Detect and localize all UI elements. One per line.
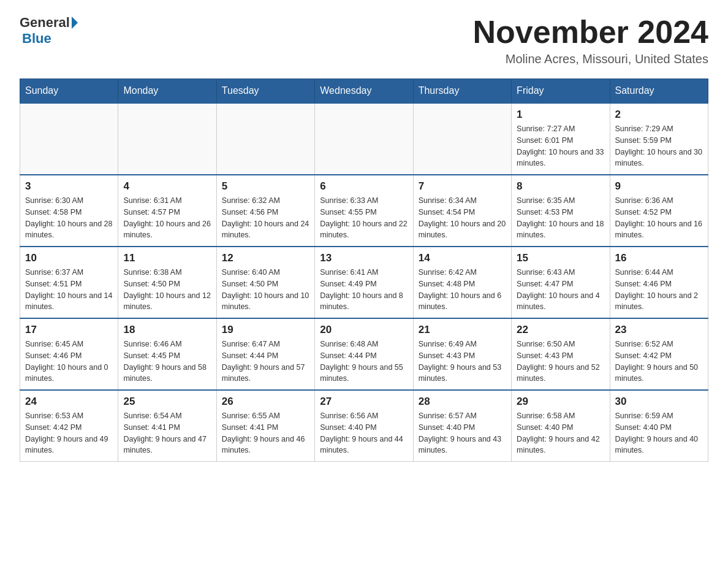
day-number: 28 [419, 396, 506, 408]
day-sun-info: Sunrise: 6:44 AMSunset: 4:46 PMDaylight:… [615, 267, 703, 313]
logo: General Blue [20, 15, 79, 47]
calendar-day-cell: 9Sunrise: 6:36 AMSunset: 4:52 PMDaylight… [610, 175, 708, 247]
day-number: 30 [615, 396, 703, 408]
calendar-day-cell: 21Sunrise: 6:49 AMSunset: 4:43 PMDayligh… [413, 318, 511, 390]
calendar-week-row: 3Sunrise: 6:30 AMSunset: 4:58 PMDaylight… [20, 175, 708, 247]
calendar-day-cell [118, 103, 216, 175]
calendar-day-cell: 2Sunrise: 7:29 AMSunset: 5:59 PMDaylight… [610, 103, 708, 175]
day-number: 2 [615, 109, 703, 121]
day-sun-info: Sunrise: 6:34 AMSunset: 4:54 PMDaylight:… [419, 195, 506, 241]
day-number: 21 [419, 324, 506, 336]
day-number: 25 [123, 396, 211, 408]
calendar-day-cell: 20Sunrise: 6:48 AMSunset: 4:44 PMDayligh… [315, 318, 413, 390]
day-number: 16 [615, 252, 703, 264]
day-number: 26 [222, 396, 309, 408]
day-sun-info: Sunrise: 6:53 AMSunset: 4:42 PMDaylight:… [25, 410, 113, 456]
calendar-day-cell: 8Sunrise: 6:35 AMSunset: 4:53 PMDaylight… [512, 175, 610, 247]
logo-blue-text: Blue [22, 31, 51, 47]
day-sun-info: Sunrise: 6:57 AMSunset: 4:40 PMDaylight:… [419, 410, 506, 456]
calendar-day-cell: 26Sunrise: 6:55 AMSunset: 4:41 PMDayligh… [216, 390, 314, 462]
day-sun-info: Sunrise: 6:50 AMSunset: 4:43 PMDaylight:… [517, 339, 604, 385]
day-sun-info: Sunrise: 6:49 AMSunset: 4:43 PMDaylight:… [419, 339, 506, 385]
day-sun-info: Sunrise: 6:42 AMSunset: 4:48 PMDaylight:… [419, 267, 506, 313]
day-sun-info: Sunrise: 6:31 AMSunset: 4:57 PMDaylight:… [123, 195, 211, 241]
calendar-day-cell: 27Sunrise: 6:56 AMSunset: 4:40 PMDayligh… [315, 390, 413, 462]
day-sun-info: Sunrise: 6:35 AMSunset: 4:53 PMDaylight:… [517, 195, 604, 241]
calendar-day-header: Sunday [20, 79, 118, 104]
day-sun-info: Sunrise: 7:29 AMSunset: 5:59 PMDaylight:… [615, 123, 703, 169]
calendar-day-cell: 7Sunrise: 6:34 AMSunset: 4:54 PMDaylight… [413, 175, 511, 247]
calendar-day-cell: 17Sunrise: 6:45 AMSunset: 4:46 PMDayligh… [20, 318, 118, 390]
calendar-day-cell: 30Sunrise: 6:59 AMSunset: 4:40 PMDayligh… [610, 390, 708, 462]
calendar-day-header: Tuesday [216, 79, 314, 104]
logo-general-text: General [20, 15, 70, 31]
calendar-day-cell [315, 103, 413, 175]
day-number: 14 [419, 252, 506, 264]
day-sun-info: Sunrise: 6:58 AMSunset: 4:40 PMDaylight:… [517, 410, 604, 456]
calendar-day-cell: 10Sunrise: 6:37 AMSunset: 4:51 PMDayligh… [20, 247, 118, 318]
calendar-day-header: Saturday [610, 79, 708, 104]
day-number: 6 [320, 180, 408, 193]
day-number: 19 [222, 324, 309, 336]
day-number: 23 [615, 324, 703, 336]
day-sun-info: Sunrise: 6:48 AMSunset: 4:44 PMDaylight:… [320, 339, 408, 385]
calendar-week-row: 24Sunrise: 6:53 AMSunset: 4:42 PMDayligh… [20, 390, 708, 462]
calendar-table: SundayMondayTuesdayWednesdayThursdayFrid… [20, 79, 708, 462]
day-number: 11 [123, 252, 211, 264]
calendar-day-cell: 19Sunrise: 6:47 AMSunset: 4:44 PMDayligh… [216, 318, 314, 390]
calendar-day-header: Thursday [413, 79, 511, 104]
day-sun-info: Sunrise: 6:56 AMSunset: 4:40 PMDaylight:… [320, 410, 408, 456]
calendar-day-cell: 24Sunrise: 6:53 AMSunset: 4:42 PMDayligh… [20, 390, 118, 462]
calendar-day-cell [20, 103, 118, 175]
day-sun-info: Sunrise: 6:43 AMSunset: 4:47 PMDaylight:… [517, 267, 604, 313]
day-number: 9 [615, 180, 703, 193]
day-sun-info: Sunrise: 6:45 AMSunset: 4:46 PMDaylight:… [25, 339, 113, 385]
page-header: General Blue November 2024 Moline Acres,… [20, 15, 708, 66]
day-number: 22 [517, 324, 604, 336]
calendar-day-cell: 14Sunrise: 6:42 AMSunset: 4:48 PMDayligh… [413, 247, 511, 318]
day-sun-info: Sunrise: 7:27 AMSunset: 6:01 PMDaylight:… [517, 123, 604, 169]
month-title: November 2024 [473, 15, 708, 50]
day-number: 27 [320, 396, 408, 408]
day-number: 12 [222, 252, 309, 264]
day-number: 7 [419, 180, 506, 193]
calendar-day-cell: 1Sunrise: 7:27 AMSunset: 6:01 PMDaylight… [512, 103, 610, 175]
calendar-week-row: 17Sunrise: 6:45 AMSunset: 4:46 PMDayligh… [20, 318, 708, 390]
header-right: November 2024 Moline Acres, Missouri, Un… [473, 15, 708, 66]
calendar-week-row: 10Sunrise: 6:37 AMSunset: 4:51 PMDayligh… [20, 247, 708, 318]
calendar-day-cell: 11Sunrise: 6:38 AMSunset: 4:50 PMDayligh… [118, 247, 216, 318]
day-number: 10 [25, 252, 113, 264]
day-sun-info: Sunrise: 6:30 AMSunset: 4:58 PMDaylight:… [25, 195, 113, 241]
calendar-day-header: Friday [512, 79, 610, 104]
calendar-day-cell: 15Sunrise: 6:43 AMSunset: 4:47 PMDayligh… [512, 247, 610, 318]
day-number: 4 [123, 180, 211, 193]
day-number: 1 [517, 109, 604, 121]
calendar-day-cell: 16Sunrise: 6:44 AMSunset: 4:46 PMDayligh… [610, 247, 708, 318]
day-number: 20 [320, 324, 408, 336]
calendar-day-header: Monday [118, 79, 216, 104]
day-number: 29 [517, 396, 604, 408]
calendar-day-cell: 6Sunrise: 6:33 AMSunset: 4:55 PMDaylight… [315, 175, 413, 247]
calendar-day-cell: 22Sunrise: 6:50 AMSunset: 4:43 PMDayligh… [512, 318, 610, 390]
calendar-day-cell: 13Sunrise: 6:41 AMSunset: 4:49 PMDayligh… [315, 247, 413, 318]
day-number: 18 [123, 324, 211, 336]
day-number: 17 [25, 324, 113, 336]
calendar-day-cell: 3Sunrise: 6:30 AMSunset: 4:58 PMDaylight… [20, 175, 118, 247]
day-sun-info: Sunrise: 6:54 AMSunset: 4:41 PMDaylight:… [123, 410, 211, 456]
calendar-day-cell: 29Sunrise: 6:58 AMSunset: 4:40 PMDayligh… [512, 390, 610, 462]
calendar-day-cell [413, 103, 511, 175]
day-sun-info: Sunrise: 6:36 AMSunset: 4:52 PMDaylight:… [615, 195, 703, 241]
day-sun-info: Sunrise: 6:37 AMSunset: 4:51 PMDaylight:… [25, 267, 113, 313]
day-number: 8 [517, 180, 604, 193]
day-sun-info: Sunrise: 6:38 AMSunset: 4:50 PMDaylight:… [123, 267, 211, 313]
day-number: 5 [222, 180, 309, 193]
calendar-day-cell: 25Sunrise: 6:54 AMSunset: 4:41 PMDayligh… [118, 390, 216, 462]
calendar-day-cell: 5Sunrise: 6:32 AMSunset: 4:56 PMDaylight… [216, 175, 314, 247]
calendar-day-cell: 28Sunrise: 6:57 AMSunset: 4:40 PMDayligh… [413, 390, 511, 462]
calendar-day-cell [216, 103, 314, 175]
calendar-header-row: SundayMondayTuesdayWednesdayThursdayFrid… [20, 79, 708, 104]
calendar-day-cell: 12Sunrise: 6:40 AMSunset: 4:50 PMDayligh… [216, 247, 314, 318]
logo-arrow-icon [72, 17, 78, 29]
day-number: 3 [25, 180, 113, 193]
day-sun-info: Sunrise: 6:41 AMSunset: 4:49 PMDaylight:… [320, 267, 408, 313]
